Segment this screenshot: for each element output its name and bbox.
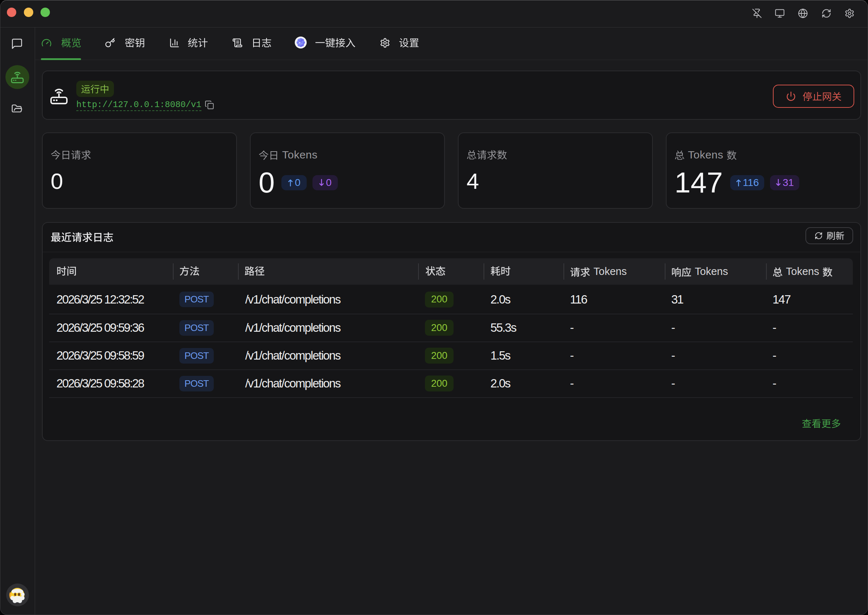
svg-text:>_: >_ (298, 41, 302, 45)
